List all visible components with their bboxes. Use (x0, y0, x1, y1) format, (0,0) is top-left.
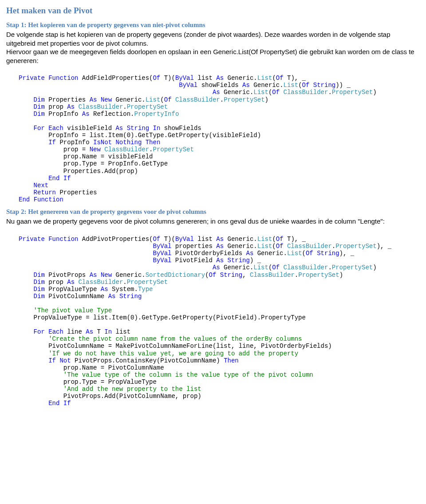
step1-title: Stap 1: Het kopieren van de property geg… (6, 21, 420, 30)
code-block-1: Private Function AddFieldProperties(Of T… (19, 67, 420, 203)
step1-paragraph: De volgende stap is het kopieren van de … (6, 30, 420, 65)
section-title: Het maken van de Pivot (6, 5, 420, 16)
step2-paragraph: Nu gaan we de property gegevens voor de … (6, 217, 420, 226)
step2-title: Stap 2: Het genereren van de property ge… (6, 208, 420, 217)
code-block-2: Private Function AddPivotProperties(Of T… (19, 228, 420, 407)
